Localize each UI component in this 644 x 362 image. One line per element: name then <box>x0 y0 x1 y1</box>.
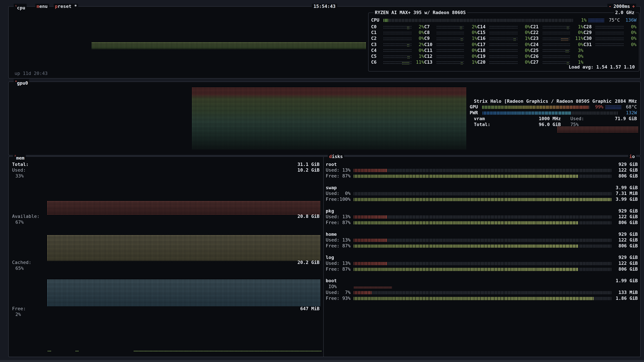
gpu-power-meter <box>482 111 618 115</box>
disk-used-meter-track <box>354 239 612 242</box>
disk-free-label: Free:100% <box>326 197 352 202</box>
io-mode-tab[interactable]: io <box>628 154 636 160</box>
core-history-graph <box>383 31 412 35</box>
core-history-graph <box>489 37 518 41</box>
core-row: C211% <box>530 24 584 30</box>
core-row: C02% <box>371 24 424 30</box>
cpu-panel: ¹cpu menu preset * 15:54:43 - 2000ms + u… <box>8 6 641 79</box>
core-name: C15 <box>477 30 488 36</box>
core-name: C26 <box>530 54 541 59</box>
core-activity-dots <box>407 55 410 58</box>
load-average-values: 1.54 1.57 1.10 <box>596 64 635 70</box>
core-name: C11 <box>424 48 435 54</box>
preset-tab[interactable]: preset * <box>54 4 78 9</box>
disk-used-meter-fill <box>354 215 387 219</box>
core-row: C140% <box>477 24 530 30</box>
vram-usage-history-graph <box>557 126 639 133</box>
mem-available-value: 20.8 GiB <box>298 214 320 220</box>
disk-used-row: Used: 13%122 GiB <box>325 214 638 220</box>
disk-free-meter <box>354 297 612 300</box>
mem-used-row: Used: 10.2 GiB <box>12 168 320 173</box>
core-percent: 0% <box>625 30 636 36</box>
core-row: C100% <box>424 42 477 48</box>
disk-free-value: 806 GiB <box>614 173 638 179</box>
core-percent: 0% <box>466 54 477 59</box>
menu-tab-hotkey: m <box>36 4 39 9</box>
core-row: C310% <box>584 42 636 48</box>
io-tab-hotkey: i <box>630 154 632 159</box>
disk-size: 929 GiB <box>618 208 638 214</box>
mem-panel-hotkey: ² <box>14 155 16 158</box>
disk-free-meter-fill <box>354 221 578 225</box>
core-row: C32% <box>371 42 424 48</box>
disk-used-label: Used: 0% <box>326 191 352 197</box>
core-row: C161% <box>477 36 530 42</box>
disk-free-meter <box>354 198 612 201</box>
disk-used-value: 122 GiB <box>614 237 638 243</box>
disk-free-meter <box>354 245 612 248</box>
core-activity-dots <box>561 38 569 41</box>
mem-used-graph <box>47 201 321 215</box>
disk-name: swap <box>326 185 337 191</box>
disk-size: 3.99 GiB <box>616 185 638 191</box>
core-name: C18 <box>477 48 488 54</box>
cpu-frequency: 2.0 GHz <box>614 10 636 16</box>
core-percent: 0% <box>572 42 583 48</box>
core-history-graph <box>489 25 518 29</box>
disk-used-value: 122 GiB <box>614 168 638 173</box>
core-activity-dots <box>566 50 569 52</box>
cpu-temperature: 75°C <box>606 17 620 23</box>
disk-free-row: Free:100%3.99 GiB <box>325 197 638 202</box>
core-history-graph <box>436 55 464 58</box>
cpu-panel-title-text: cpu <box>17 5 25 10</box>
menu-tab[interactable]: menu <box>36 4 49 9</box>
gpu-temperature: 68°C <box>623 104 637 110</box>
interval-increase-button[interactable]: + <box>632 4 635 9</box>
io-tab-label: o <box>632 154 635 159</box>
core-history-graph <box>596 31 624 35</box>
core-percent: 0% <box>519 30 530 36</box>
vram-frequency-row: vram 1000 MHz Used: 71.9 GiB <box>474 116 637 122</box>
disk-name-row: log929 GiB <box>325 255 638 261</box>
disk-io-graph <box>354 286 392 288</box>
core-history-graph <box>596 25 624 29</box>
core-name: C31 <box>584 42 594 48</box>
disk-name-row: home929 GiB <box>325 232 638 238</box>
mem-cached-graph <box>47 279 321 306</box>
core-row: C220% <box>530 30 584 36</box>
core-name: C19 <box>477 54 488 59</box>
cpu-usage-meter <box>384 19 573 22</box>
mem-free-graph-segment <box>75 351 79 352</box>
core-row: C110% <box>424 48 477 54</box>
cpu-info-box: RYZEN AI MAX+ 395 w/ Radeon 8060S 2.0 GH… <box>368 12 639 71</box>
core-percent: 0% <box>466 42 477 48</box>
vram-frequency: 1000 MHz <box>524 116 561 122</box>
disk-entry: boot1.99 GiB IO%Used: 7%133 MiBFree: 93%… <box>325 278 638 302</box>
disk-used-meter-track <box>354 192 612 195</box>
core-name: C9 <box>424 36 435 42</box>
mem-panel-title: ²mem <box>13 154 26 161</box>
disk-name-row: swap3.99 GiB <box>325 185 638 191</box>
core-history-graph <box>436 60 464 64</box>
disk-used-row: Used: 0%7.31 MiB <box>325 191 638 197</box>
core-row: C611% <box>371 59 424 65</box>
vram-label: vram <box>474 116 522 122</box>
disk-used-meter-fill <box>354 262 387 265</box>
core-name: C30 <box>584 36 594 42</box>
core-name: C21 <box>530 24 541 30</box>
disk-free-value: 806 GiB <box>614 220 638 226</box>
gpu-panel-title: *gpu0 <box>14 79 29 86</box>
core-percent: 2% <box>466 24 477 30</box>
core-name: C13 <box>424 59 435 65</box>
interval-decrease-button[interactable]: - <box>608 4 611 9</box>
core-history-graph <box>596 43 624 46</box>
core-percent: 1% <box>412 54 424 59</box>
disk-free-label: Free: 87% <box>326 173 352 179</box>
disk-free-row: Free: 87%806 GiB <box>325 220 638 226</box>
core-history-graph <box>542 60 570 64</box>
core-row: C80% <box>424 30 477 36</box>
mem-available-percent: 67% <box>16 220 24 225</box>
core-history-graph <box>489 60 518 64</box>
disk-used-meter <box>354 192 612 195</box>
mem-free-value: 647 MiB <box>300 306 320 312</box>
